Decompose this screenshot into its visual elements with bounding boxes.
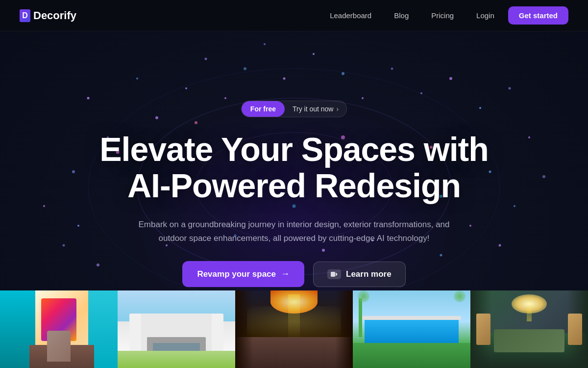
nav-pricing[interactable]: Pricing — [422, 7, 463, 24]
svg-point-3 — [87, 97, 90, 100]
gallery-item-1 — [0, 290, 118, 368]
svg-point-14 — [264, 43, 266, 45]
svg-point-6 — [43, 205, 45, 207]
gallery-item-5 — [470, 290, 588, 368]
nav-blog[interactable]: Blog — [385, 7, 417, 24]
gallery-image-5 — [470, 290, 588, 368]
svg-point-12 — [224, 97, 226, 99]
hero-content: For free Try it out now › Elevate Your S… — [80, 101, 508, 288]
gallery-item-3 — [235, 290, 353, 368]
nav-login[interactable]: Login — [467, 7, 503, 24]
svg-point-23 — [509, 87, 511, 90]
pill-try-text: Try it out now › — [285, 101, 346, 117]
hero-pill[interactable]: For free Try it out now › — [241, 101, 347, 117]
learn-more-label: Learn more — [346, 269, 392, 279]
hero-subtitle: Embark on a groundbreaking journey in in… — [127, 218, 461, 245]
svg-point-28 — [77, 225, 79, 227]
get-started-button[interactable]: Get started — [508, 6, 568, 25]
svg-rect-45 — [331, 272, 335, 277]
revamp-button-label: Revamp your space — [197, 269, 276, 279]
gallery-image-1 — [0, 290, 118, 368]
svg-point-8 — [136, 78, 138, 79]
svg-point-16 — [313, 53, 315, 55]
pill-free-badge: For free — [242, 101, 285, 117]
nav-links: Leaderboard Blog Pricing Login Get start… — [321, 6, 568, 25]
svg-marker-46 — [336, 272, 338, 276]
gallery-item-2 — [118, 290, 235, 368]
svg-point-19 — [391, 68, 393, 70]
video-icon — [327, 269, 341, 279]
svg-point-15 — [283, 78, 286, 80]
gallery-image-3 — [235, 290, 353, 368]
gallery-strip — [0, 290, 588, 368]
svg-point-7 — [63, 244, 65, 247]
svg-point-17 — [342, 72, 344, 75]
svg-point-11 — [205, 58, 207, 60]
svg-point-18 — [362, 97, 364, 99]
arrow-right-icon: → — [281, 269, 290, 279]
gallery-item-4 — [353, 290, 470, 368]
svg-point-26 — [514, 205, 515, 207]
hero-title: Elevate Your Spaces with AI-Powered Rede… — [99, 131, 489, 205]
svg-point-21 — [449, 77, 452, 80]
svg-point-25 — [542, 175, 545, 178]
nav-leaderboard[interactable]: Leaderboard — [321, 7, 380, 24]
navbar: D Decorify Leaderboard Blog Pricing Logi… — [0, 0, 588, 31]
gallery-image-4 — [353, 290, 470, 368]
svg-point-10 — [185, 87, 187, 89]
gallery-image-2 — [118, 290, 235, 368]
svg-point-13 — [244, 67, 246, 70]
chevron-right-icon: › — [336, 105, 339, 113]
logo[interactable]: D Decorify — [20, 9, 76, 22]
svg-point-5 — [72, 170, 75, 173]
hero-section: For free Try it out now › Elevate Your S… — [0, 0, 588, 368]
learn-more-button[interactable]: Learn more — [313, 262, 406, 287]
brand-name: Decorify — [33, 9, 76, 22]
logo-icon: D — [20, 9, 30, 22]
revamp-button[interactable]: Revamp your space → — [182, 261, 304, 287]
hero-buttons: Revamp your space → Learn more — [182, 261, 405, 287]
svg-point-20 — [420, 92, 422, 94]
svg-point-24 — [528, 136, 530, 138]
